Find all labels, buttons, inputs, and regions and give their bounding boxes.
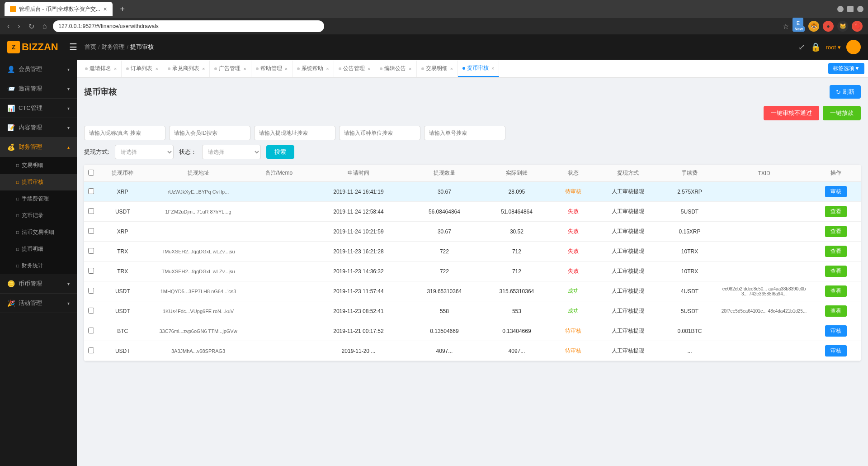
tab-close-merchant-list[interactable]: ×	[202, 66, 205, 71]
hamburger-icon[interactable]: ☰	[69, 42, 77, 52]
tab-help-mgmt[interactable]: 帮助管理 ×	[251, 61, 292, 77]
status-select[interactable]: 请选择	[202, 145, 261, 159]
row-checkbox[interactable]	[88, 288, 94, 294]
row-action-button[interactable]: 查看	[825, 305, 847, 317]
reload-button[interactable]: ↻	[27, 20, 36, 33]
sidebar-sub-trade-detail[interactable]: 交易明细	[0, 157, 77, 174]
row-checkbox[interactable]	[88, 248, 94, 254]
batch-reject-button[interactable]: 一键审核不通过	[764, 106, 819, 120]
extension-icon-1[interactable]: E New	[793, 18, 805, 35]
breadcrumb-sep-2: /	[127, 44, 128, 51]
fullscreen-icon[interactable]: ⤢	[798, 42, 805, 52]
tab-withdrawal-audit[interactable]: 提币审核 ×	[458, 61, 499, 77]
maximize-button[interactable]	[847, 6, 854, 12]
tab-close-edit-notice[interactable]: ×	[409, 66, 411, 71]
tab-action-btn[interactable]: 标签选项▼	[828, 63, 864, 74]
close-button[interactable]	[857, 6, 863, 12]
home-button[interactable]: ⌂	[41, 20, 49, 32]
url-input[interactable]: 127.0.0.1:9527/#/finance/userwithdrawals	[53, 20, 324, 32]
row-action-button[interactable]: 查看	[825, 246, 847, 257]
browser-tab[interactable]: 管理后台 - 币严|全球数字资产交... ✕	[5, 2, 113, 16]
tab-close-icon[interactable]: ✕	[103, 6, 107, 12]
tab-invite-rank[interactable]: 邀请排名 ×	[80, 61, 122, 77]
member-id-search-input[interactable]	[169, 126, 250, 140]
tab-notice-mgmt[interactable]: 公告管理 ×	[334, 61, 375, 77]
tab-sys-help[interactable]: 系统帮助 ×	[292, 61, 334, 77]
sidebar-sub-recharge[interactable]: 充币记录	[0, 207, 77, 224]
tab-close-withdrawal-audit[interactable]: ×	[491, 66, 494, 71]
forward-button[interactable]: ›	[16, 20, 22, 32]
row-action-button[interactable]: 审核	[825, 345, 847, 357]
row-action-button[interactable]: 审核	[825, 325, 847, 337]
batch-release-button[interactable]: 一键放款	[823, 106, 861, 120]
sidebar-sub-fiat-trade[interactable]: 法币交易明细	[0, 224, 77, 241]
row-action-button[interactable]: 查看	[825, 206, 847, 217]
row-coin: TRX	[98, 262, 147, 281]
sidebar-item-invite[interactable]: 📨 邀请管理 ▾	[0, 79, 77, 99]
row-checkbox[interactable]	[88, 228, 94, 234]
bookmark-icon[interactable]: ☆	[783, 22, 789, 31]
tab-close-notice-mgmt[interactable]: ×	[368, 66, 370, 71]
row-checkbox[interactable]	[88, 308, 94, 314]
tab-ad-mgmt[interactable]: 广告管理 ×	[210, 61, 251, 77]
coin-unit-search-input[interactable]	[339, 126, 420, 140]
sidebar-item-member[interactable]: 👤 会员管理 ▾	[0, 60, 77, 79]
row-time: 2019-11-23 16:21:28	[309, 242, 408, 262]
row-action-button[interactable]: 查看	[825, 285, 847, 297]
sidebar-item-activity[interactable]: 🎉 活动管理 ▾	[0, 294, 77, 313]
row-checkbox[interactable]	[88, 268, 94, 274]
tab-close-ad-mgmt[interactable]: ×	[243, 66, 246, 71]
lock-icon[interactable]: 🔒	[811, 42, 821, 52]
sidebar-item-finance[interactable]: 💰 财务管理 ▴	[0, 138, 77, 157]
row-fee: 10TRX	[662, 242, 717, 262]
sidebar-sub-withdraw-detail[interactable]: 提币明细	[0, 241, 77, 257]
sidebar-sub-withdrawal-audit[interactable]: 提币审核	[0, 174, 77, 190]
address-search-input[interactable]	[254, 126, 335, 140]
refresh-button[interactable]: ↻ 刷新	[830, 85, 861, 99]
tab-trade-detail[interactable]: 交易明细 ×	[417, 61, 458, 77]
row-checkbox[interactable]	[88, 188, 94, 194]
sidebar-label-finance: 财务管理	[19, 143, 42, 151]
breadcrumb-finance[interactable]: 财务管理	[101, 43, 125, 51]
sidebar-sub-finance-stats[interactable]: 财务统计	[0, 257, 77, 274]
sidebar-item-ctc[interactable]: 📊 CTC管理 ▾	[0, 99, 77, 118]
tab-close-order-list[interactable]: ×	[155, 66, 158, 71]
extension-icon-4[interactable]: 😸	[837, 21, 848, 32]
user-avatar[interactable]	[846, 40, 861, 54]
extension-icon-5[interactable]: 🔴	[852, 21, 863, 32]
tab-label-withdrawal-audit: 提币审核	[467, 64, 489, 72]
order-no-search-input[interactable]	[424, 126, 505, 140]
nickname-search-input[interactable]	[84, 126, 165, 140]
tab-edit-notice[interactable]: 编辑公告 ×	[375, 61, 416, 77]
row-action-button[interactable]: 审核	[825, 186, 847, 197]
breadcrumb-home[interactable]: 首页	[85, 43, 96, 51]
row-action-button[interactable]: 查看	[825, 226, 847, 237]
back-button[interactable]: ‹	[5, 20, 11, 32]
minimize-button[interactable]	[837, 6, 844, 12]
activity-icon: 🎉	[7, 300, 15, 307]
row-checkbox[interactable]	[88, 347, 94, 353]
tab-close-help-mgmt[interactable]: ×	[285, 66, 288, 71]
row-checkbox[interactable]	[88, 208, 94, 214]
row-method: 人工审核提现	[594, 242, 662, 262]
extension-icon-2[interactable]: 🐯	[808, 21, 819, 32]
row-action-button[interactable]: 查看	[825, 266, 847, 277]
tab-close-invite-rank[interactable]: ×	[114, 66, 117, 71]
tab-close-trade-detail[interactable]: ×	[450, 66, 453, 71]
new-tab-button[interactable]: +	[116, 3, 129, 15]
method-select[interactable]: 请选择	[115, 145, 174, 159]
tab-merchant-list[interactable]: 承兑商列表 ×	[163, 61, 210, 77]
tab-order-list[interactable]: 订单列表 ×	[122, 61, 163, 77]
sidebar-item-content[interactable]: 📝 内容管理 ▾	[0, 118, 77, 138]
row-fee: 2.575XRP	[662, 182, 717, 202]
search-button[interactable]: 搜索	[266, 145, 294, 159]
logo-text: BIZZAN	[22, 41, 58, 53]
sidebar-item-coin[interactable]: 🪙 币币管理 ▾	[0, 274, 77, 294]
user-dropdown[interactable]: root ▾	[826, 44, 841, 51]
status-label: 状态：	[179, 148, 197, 156]
select-all-checkbox[interactable]	[88, 170, 94, 176]
extension-icon-3[interactable]: ●	[823, 21, 834, 32]
sidebar-sub-fee-mgmt[interactable]: 手续费管理	[0, 190, 77, 207]
row-checkbox[interactable]	[88, 328, 94, 333]
tab-close-sys-help[interactable]: ×	[326, 66, 329, 71]
